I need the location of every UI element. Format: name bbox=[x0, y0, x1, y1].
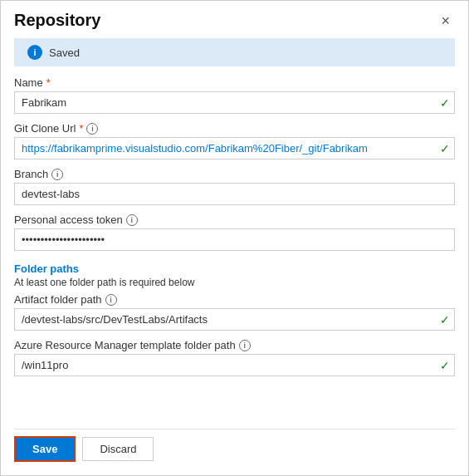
branch-info-icon[interactable]: i bbox=[51, 169, 63, 180]
git-required-star: * bbox=[79, 122, 83, 135]
artifact-folder-path-label: Artifact folder path i bbox=[14, 293, 455, 306]
artifact-folder-info-icon[interactable]: i bbox=[105, 294, 117, 306]
branch-input-wrapper bbox=[14, 183, 455, 205]
git-clone-url-info-icon[interactable]: i bbox=[86, 123, 98, 135]
artifact-folder-input-wrapper: ✓ bbox=[14, 308, 455, 331]
dialog-header: Repository × bbox=[1, 1, 468, 38]
name-field-group: Name * ✓ bbox=[14, 76, 455, 114]
dialog-title: Repository bbox=[14, 11, 100, 30]
arm-template-folder-info-icon[interactable]: i bbox=[239, 340, 251, 351]
folder-paths-subtitle: At least one folder path is required bel… bbox=[14, 277, 455, 288]
branch-input[interactable] bbox=[14, 183, 455, 205]
info-icon: i bbox=[27, 45, 42, 60]
saved-text: Saved bbox=[49, 47, 80, 59]
artifact-folder-input[interactable] bbox=[14, 308, 455, 331]
name-input-wrapper: ✓ bbox=[14, 91, 455, 114]
pat-info-icon[interactable]: i bbox=[126, 214, 138, 226]
pat-field-group: Personal access token i bbox=[14, 213, 455, 251]
dialog-footer: Save Discard bbox=[1, 429, 468, 475]
folder-paths-section-title: Folder paths bbox=[14, 263, 455, 275]
required-star: * bbox=[46, 76, 51, 89]
name-input[interactable] bbox=[14, 91, 455, 114]
branch-label: Branch i bbox=[14, 168, 455, 180]
save-button[interactable]: Save bbox=[14, 436, 76, 462]
pat-label: Personal access token i bbox=[14, 213, 455, 226]
repository-dialog: Repository × i Saved Name * ✓ Git Clone … bbox=[0, 0, 469, 476]
arm-template-folder-input-wrapper: ✓ bbox=[14, 354, 455, 376]
artifact-folder-path-field-group: Artifact folder path i ✓ bbox=[14, 293, 455, 331]
git-clone-url-input[interactable] bbox=[14, 137, 455, 159]
discard-button[interactable]: Discard bbox=[82, 437, 154, 461]
git-clone-url-label: Git Clone Url * i bbox=[14, 122, 455, 135]
arm-template-folder-path-field-group: Azure Resource Manager template folder p… bbox=[14, 339, 455, 376]
saved-banner: i Saved bbox=[14, 38, 455, 66]
git-clone-url-field-group: Git Clone Url * i ✓ bbox=[14, 122, 455, 159]
arm-template-folder-path-label: Azure Resource Manager template folder p… bbox=[14, 339, 455, 351]
arm-template-folder-input[interactable] bbox=[14, 354, 455, 376]
dialog-body: Name * ✓ Git Clone Url * i ✓ Branch bbox=[1, 76, 468, 429]
pat-input[interactable] bbox=[14, 228, 455, 251]
close-button[interactable]: × bbox=[436, 12, 455, 30]
git-clone-url-input-wrapper: ✓ bbox=[14, 137, 455, 159]
pat-input-wrapper bbox=[14, 228, 455, 251]
branch-field-group: Branch i bbox=[14, 168, 455, 205]
name-label: Name * bbox=[14, 76, 455, 89]
